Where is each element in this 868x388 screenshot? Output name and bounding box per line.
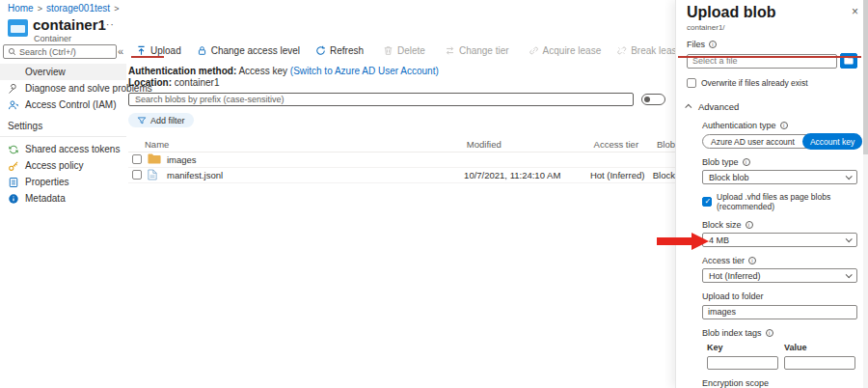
sidebar-item-label: Metadata — [25, 193, 66, 204]
upload-folder-input[interactable] — [702, 305, 857, 319]
search-icon — [8, 47, 16, 56]
access-tier-label: Access tier — [702, 256, 745, 265]
file-icon — [148, 169, 161, 180]
breadcrumb-home-link[interactable]: Home — [8, 3, 34, 14]
tag-key-header: Key — [707, 343, 780, 352]
panel-subtitle: container1/ — [687, 23, 857, 32]
sidebar-item-label: Access policy — [25, 160, 84, 171]
auth-option-account-key[interactable]: Account key — [802, 133, 862, 150]
sidebar-item-shared-access-tokens[interactable]: Shared access tokens — [0, 141, 126, 157]
overwrite-checkbox[interactable] — [687, 78, 696, 88]
row-checkbox[interactable] — [132, 154, 142, 164]
advanced-section-toggle[interactable]: Advanced — [687, 101, 857, 112]
info-icon — [766, 329, 773, 337]
info-icon — [743, 158, 750, 166]
acquire-lease-button[interactable]: Acquire lease — [521, 45, 610, 56]
row-checkbox[interactable] — [132, 170, 142, 180]
info-icon — [748, 257, 756, 264]
sidebar-search[interactable] — [3, 44, 117, 59]
scrollbar-thumb[interactable] — [863, 0, 868, 154]
upload-button[interactable]: Upload — [128, 45, 189, 56]
sidebar-item-properties[interactable]: Properties — [0, 174, 126, 190]
info-icon — [746, 221, 753, 229]
tag-value-input[interactable] — [784, 356, 855, 370]
block-size-label-row: Block size — [702, 220, 857, 230]
table-header-row: Name Modified Access tier Blob — [128, 138, 675, 152]
sidebar-item-metadata[interactable]: Metadata — [0, 190, 126, 207]
sidebar-item-access-policy[interactable]: Access policy — [0, 157, 126, 174]
person-key-icon — [8, 99, 19, 111]
more-options-icon[interactable]: ··· — [101, 18, 115, 30]
refresh-icon — [315, 45, 326, 56]
main-content: Upload Change access level Refresh Delet… — [128, 42, 675, 388]
blob-type-select[interactable]: Block blob — [702, 170, 857, 184]
change-tier-button[interactable]: Change tier — [437, 45, 517, 56]
delete-button[interactable]: Delete — [375, 45, 433, 56]
auth-option-azure-ad[interactable]: Azure AD user account — [703, 137, 802, 147]
change-access-level-button[interactable]: Change access level — [189, 45, 308, 56]
vhd-option[interactable]: Upload .vhd files as page blobs (recomme… — [702, 192, 857, 211]
upload-folder-label: Upload to folder — [702, 291, 764, 301]
advanced-label: Advanced — [698, 101, 739, 112]
files-label: Files — [687, 40, 705, 49]
break-lease-button[interactable]: Break lease — [609, 45, 675, 56]
toolbar: Upload Change access level Refresh Delet… — [128, 42, 675, 58]
auth-type-label-row: Authentication type — [702, 121, 857, 130]
block-size-select[interactable]: 4 MB — [702, 233, 857, 247]
access-tier-value: Hot (Inferred) — [709, 271, 761, 281]
authentication-method-line: Authentication method: Access key (Switc… — [128, 66, 675, 76]
blob-index-tags-label-row: Blob index tags — [702, 328, 857, 338]
blob-search-row — [128, 93, 675, 106]
sidebar-item-label: Access Control (IAM) — [25, 99, 116, 110]
red-arrow-annotation — [657, 237, 692, 245]
sidebar-item-overview[interactable]: Overview — [0, 64, 126, 80]
info-icon — [780, 122, 788, 129]
red-arrow-annotation — [692, 233, 709, 250]
sidebar-collapse-icon[interactable]: « — [118, 45, 123, 57]
toolbar-label: Acquire lease — [543, 45, 602, 56]
sidebar-item-access-control[interactable]: Access Control (IAM) — [0, 97, 126, 113]
table-row[interactable]: images — [128, 152, 675, 168]
wrench-icon — [8, 83, 19, 95]
blob-table: Name Modified Access tier Blob images — [128, 138, 675, 183]
vhd-checkbox[interactable] — [702, 197, 712, 207]
key-icon — [8, 160, 19, 172]
tag-value-header: Value — [784, 343, 857, 352]
lock-icon — [197, 45, 207, 56]
sidebar-search-input[interactable] — [19, 47, 106, 57]
files-label-row: Files — [687, 40, 857, 49]
container-icon — [8, 19, 28, 37]
column-header-blob-type[interactable]: Blob — [657, 139, 675, 150]
location-line: Location: container1 — [128, 77, 675, 88]
sidebar-item-label: Shared access tokens — [25, 144, 120, 154]
blob-name-link[interactable]: manifest.jsonl — [167, 170, 223, 180]
access-tier-label-row: Access tier — [702, 256, 857, 265]
show-deleted-blobs-toggle[interactable] — [641, 94, 665, 105]
divider — [0, 136, 126, 137]
add-filter-label: Add filter — [150, 116, 185, 125]
switch-auth-link[interactable]: (Switch to Azure AD User Account) — [290, 66, 439, 76]
chevron-up-icon — [685, 104, 692, 111]
sidebar-item-diagnose[interactable]: Diagnose and solve problems — [0, 80, 126, 97]
tag-inputs — [702, 356, 857, 370]
cell-blob-type: Block — [653, 170, 675, 180]
column-header-name[interactable]: Name — [128, 139, 467, 150]
breadcrumb-separator: > — [114, 4, 119, 14]
tag-key-input[interactable] — [707, 356, 778, 370]
toolbar-label: Refresh — [330, 45, 364, 56]
tag-headers: Key Value — [702, 343, 857, 352]
panel-scrollbar[interactable] — [863, 0, 868, 388]
column-header-access-tier[interactable]: Access tier — [594, 139, 657, 150]
table-row[interactable]: manifest.jsonl 10/7/2021, 11:24:10 AM Ho… — [128, 168, 675, 183]
blob-search-input[interactable] — [128, 93, 634, 106]
breadcrumb-storage-link[interactable]: storage001test — [46, 3, 110, 14]
column-header-modified[interactable]: Modified — [467, 139, 594, 150]
access-tier-select[interactable]: Hot (Inferred) — [702, 268, 857, 283]
chevron-down-icon — [846, 173, 853, 180]
toolbar-label: Change access level — [211, 45, 300, 56]
overwrite-option[interactable]: Overwrite if files already exist — [687, 78, 857, 88]
blob-name-link[interactable]: images — [167, 154, 197, 165]
panel-title: Upload blob — [687, 4, 857, 21]
add-filter-button[interactable]: Add filter — [128, 113, 194, 127]
refresh-button[interactable]: Refresh — [308, 45, 371, 56]
